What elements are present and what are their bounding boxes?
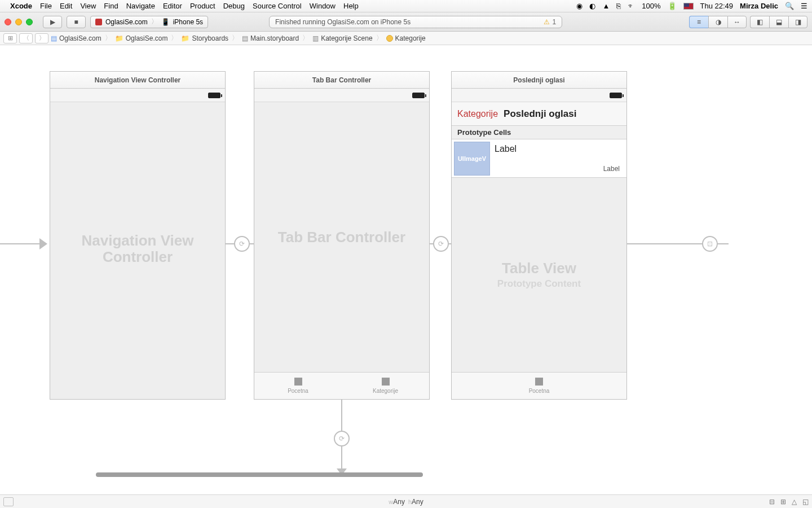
app-name[interactable]: Xcode bbox=[10, 2, 32, 10]
tab-bar-controller-scene[interactable]: Tab Bar Controller Tab Bar Controller Po… bbox=[254, 71, 430, 400]
tab-pocetna[interactable]: Pocetna bbox=[254, 373, 342, 399]
toggle-navigator-button[interactable]: ◧ bbox=[750, 16, 769, 28]
segue-icon[interactable]: ⟳ bbox=[334, 431, 350, 446]
canvas-bottom-bar: wAny hAny ⊟ ⊞ △ ◱ bbox=[0, 494, 812, 508]
align-button[interactable]: ⊟ bbox=[769, 498, 775, 506]
breadcrumb-scene[interactable]: ▥Kategorije Scene bbox=[312, 34, 372, 42]
prototype-cells-header: Prototype Cells bbox=[452, 126, 626, 139]
segue-icon[interactable]: ⟳ bbox=[234, 236, 250, 252]
menu-product[interactable]: Product bbox=[190, 2, 215, 10]
zoom-window-button[interactable] bbox=[26, 19, 33, 25]
uiimageview[interactable]: UIImageV bbox=[454, 142, 490, 176]
run-button[interactable]: ▶ bbox=[43, 16, 62, 28]
tab-icon bbox=[382, 378, 390, 386]
notification-center-icon[interactable]: ☰ bbox=[801, 2, 807, 10]
table-view-controller-scene[interactable]: Poslednji oglasi Kategorije Poslednji og… bbox=[451, 71, 627, 400]
tab-icon bbox=[294, 378, 302, 386]
minimize-window-button[interactable] bbox=[15, 19, 22, 25]
navigation-controller-scene[interactable]: Navigation View Controller Navigation Vi… bbox=[50, 71, 226, 400]
close-window-button[interactable] bbox=[5, 19, 11, 25]
resolve-issues-button[interactable]: △ bbox=[792, 498, 797, 506]
xcode-toolbar: ▶ ■ OglasiSe.com 〉 📱 iPhone 5s Finished … bbox=[0, 12, 812, 32]
menu-help[interactable]: Help bbox=[343, 2, 359, 10]
spotlight-icon[interactable]: 🔍 bbox=[785, 2, 794, 10]
chevron-right-icon: 〉 bbox=[302, 33, 309, 43]
status-bar bbox=[50, 89, 225, 102]
wifi-icon[interactable]: ᯤ bbox=[628, 2, 635, 10]
warning-icon[interactable]: ⚠ bbox=[544, 18, 550, 26]
size-class-control[interactable]: wAny hAny bbox=[389, 498, 423, 506]
back-button[interactable]: 〈 bbox=[19, 33, 33, 43]
menubar-clock[interactable]: Thu 22:49 bbox=[700, 2, 734, 10]
activity-text: Finished running OglasiSe.com on iPhone … bbox=[275, 18, 411, 26]
window-traffic-lights bbox=[5, 19, 33, 25]
cell-title-label[interactable]: Label bbox=[495, 144, 620, 154]
scene-placeholder: Tab Bar Controller bbox=[254, 102, 429, 372]
chevron-right-icon: 〉 bbox=[232, 33, 239, 43]
storyboard-file-icon: ▤ bbox=[242, 34, 248, 42]
menubar-user[interactable]: Mirza Delic bbox=[740, 2, 778, 10]
toggle-utilities-button[interactable]: ◨ bbox=[788, 16, 807, 28]
assistant-editor-button[interactable]: ◑ bbox=[708, 16, 727, 28]
scene-title: Tab Bar Controller bbox=[254, 72, 429, 89]
breadcrumb-storyboards[interactable]: 📁Storyboards bbox=[181, 34, 228, 42]
battery-icon bbox=[412, 93, 425, 98]
breadcrumb-file[interactable]: ▤Main.storyboard bbox=[242, 34, 299, 42]
toggle-debug-area-button[interactable]: ⬓ bbox=[769, 16, 788, 28]
tab-pocetna[interactable]: Pocetna bbox=[452, 373, 626, 399]
menu-editor[interactable]: Editor bbox=[163, 2, 182, 10]
prototype-cell[interactable]: UIImageV Label Label bbox=[452, 139, 626, 178]
activity-viewer: Finished running OglasiSe.com on iPhone … bbox=[269, 16, 562, 28]
menu-window[interactable]: Window bbox=[310, 2, 336, 10]
battery-icon[interactable]: 🔋 bbox=[668, 2, 677, 10]
navigation-bar: Kategorije Poslednji oglasi bbox=[452, 102, 626, 126]
related-items-button[interactable]: ⊞ bbox=[3, 33, 17, 43]
menu-debug[interactable]: Debug bbox=[223, 2, 245, 10]
folder-icon: 📁 bbox=[181, 34, 189, 42]
project-icon: ▤ bbox=[51, 34, 57, 42]
cell-detail-label[interactable]: Label bbox=[603, 165, 620, 173]
status-bar bbox=[254, 89, 429, 102]
warning-count[interactable]: 1 bbox=[552, 18, 556, 26]
standard-editor-button[interactable]: ≡ bbox=[689, 16, 708, 28]
flag-us-icon[interactable] bbox=[683, 3, 694, 10]
menu-find[interactable]: Find bbox=[104, 2, 118, 10]
resizing-button[interactable]: ◱ bbox=[802, 498, 809, 506]
storyboard-canvas[interactable]: Navigation View Controller Navigation Vi… bbox=[0, 45, 812, 494]
view-controller-icon bbox=[386, 35, 393, 42]
tab-kategorije[interactable]: Kategorije bbox=[342, 373, 429, 399]
segue-icon[interactable]: ⟳ bbox=[433, 236, 449, 252]
menu-view[interactable]: View bbox=[80, 2, 96, 10]
forward-button[interactable]: 〉 bbox=[35, 33, 48, 43]
chevron-right-icon: 〉 bbox=[171, 33, 178, 43]
battery-icon bbox=[610, 93, 622, 98]
scheme-device: iPhone 5s bbox=[173, 18, 203, 26]
breadcrumb-group[interactable]: 📁OglasiSe.com bbox=[115, 34, 168, 42]
scheme-selector[interactable]: OglasiSe.com 〉 📱 iPhone 5s bbox=[90, 16, 208, 28]
sync-icon[interactable]: ⎘ bbox=[616, 2, 621, 10]
app-icon bbox=[95, 19, 102, 25]
breadcrumb-project[interactable]: ▤OglasiSe.com bbox=[51, 34, 102, 42]
chevron-right-icon: 〉 bbox=[151, 17, 158, 27]
horizontal-scrollbar[interactable] bbox=[96, 472, 423, 477]
table-view-placeholder: Table View Prototype Content bbox=[452, 178, 626, 372]
viber-icon[interactable]: ◉ bbox=[576, 2, 582, 10]
version-editor-button[interactable]: ↔ bbox=[727, 16, 747, 28]
pin-button[interactable]: ⊞ bbox=[780, 498, 786, 506]
scheme-app: OglasiSe.com bbox=[105, 18, 148, 26]
breadcrumb-object[interactable]: Kategorije bbox=[386, 34, 426, 42]
menu-navigate[interactable]: Navigate bbox=[126, 2, 155, 10]
segue-icon[interactable]: ⊡ bbox=[702, 236, 718, 252]
status-icon[interactable]: ◐ bbox=[589, 2, 595, 10]
menu-source-control[interactable]: Source Control bbox=[253, 2, 302, 10]
tab-icon bbox=[535, 378, 543, 386]
nav-back-button[interactable]: Kategorije bbox=[457, 109, 498, 119]
arrow-head-icon bbox=[39, 238, 47, 249]
menu-edit[interactable]: Edit bbox=[60, 2, 72, 10]
document-outline-toggle[interactable] bbox=[3, 497, 14, 506]
scene-icon: ▥ bbox=[312, 34, 319, 42]
panel-toggles-segmented: ◧ ⬓ ◨ bbox=[750, 16, 807, 28]
drive-icon[interactable]: ▲ bbox=[602, 2, 610, 10]
stop-button[interactable]: ■ bbox=[67, 16, 86, 28]
menu-file[interactable]: File bbox=[40, 2, 52, 10]
